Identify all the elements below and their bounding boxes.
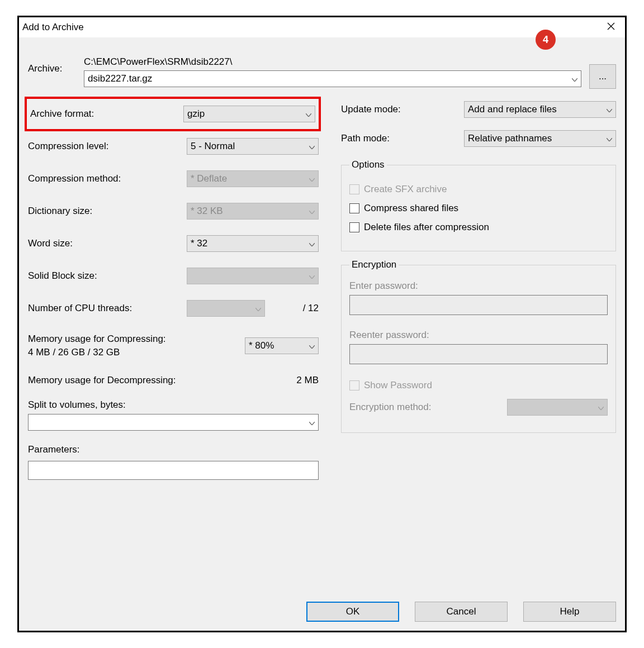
sfx-checkbox xyxy=(349,184,359,194)
compression-method-combo[interactable]: * Deflate xyxy=(187,170,319,187)
solid-block-combo[interactable] xyxy=(187,268,319,284)
archive-row: Archive: C:\EMC\PowerFlex\SRM\dsib2227\ … xyxy=(28,56,616,89)
right-column: Update mode: Add and replace files Path … xyxy=(341,94,616,480)
cpu-threads-label: Number of CPU threads: xyxy=(28,303,187,314)
archive-filename-combo[interactable]: dsib2227.tar.gz xyxy=(84,70,581,87)
cpu-threads-total: / 12 xyxy=(303,303,319,314)
chevron-down-icon xyxy=(598,402,604,413)
mem-compress-value: * 80% xyxy=(249,340,315,351)
delete-checkbox[interactable] xyxy=(349,222,359,232)
encryption-legend: Encryption xyxy=(349,259,399,270)
reenter-password-input[interactable] xyxy=(349,344,608,364)
compression-level-value: 5 - Normal xyxy=(191,141,315,152)
solid-block-label: Solid Block size: xyxy=(28,270,187,282)
ok-button[interactable]: OK xyxy=(306,602,399,622)
help-button[interactable]: Help xyxy=(523,602,616,622)
shared-checkbox[interactable] xyxy=(349,203,359,213)
show-password-label: Show Password xyxy=(364,380,432,391)
delete-checkbox-row[interactable]: Delete files after compression xyxy=(349,222,608,233)
word-size-value: * 32 xyxy=(191,238,315,249)
options-group: Options Create SFX archive Compress shar… xyxy=(341,159,616,251)
browse-button[interactable]: ... xyxy=(589,64,616,89)
enter-password-input[interactable] xyxy=(349,295,608,315)
archive-label: Archive: xyxy=(28,56,77,74)
word-size-combo[interactable]: * 32 xyxy=(187,235,319,252)
parameters-input[interactable] xyxy=(28,461,319,480)
chevron-down-icon xyxy=(255,303,261,314)
encryption-method-combo xyxy=(507,399,608,416)
mem-decompress-label: Memory usage for Decompressing: xyxy=(28,375,280,386)
sfx-checkbox-row: Create SFX archive xyxy=(349,184,608,195)
archive-format-combo[interactable]: gzip xyxy=(183,106,315,122)
cancel-button[interactable]: Cancel xyxy=(415,602,508,622)
cpu-threads-combo[interactable] xyxy=(187,300,265,317)
archive-filename: dsib2227.tar.gz xyxy=(88,73,577,84)
mem-compress-combo[interactable]: * 80% xyxy=(245,337,319,354)
titlebar: Add to Archive xyxy=(19,17,625,37)
split-volumes-combo[interactable] xyxy=(28,414,319,431)
compression-level-label: Compression level: xyxy=(28,141,187,152)
shared-label: Compress shared files xyxy=(364,203,458,214)
dictionary-size-value: * 32 KB xyxy=(191,206,315,217)
compression-method-label: Compression method: xyxy=(28,173,187,184)
mem-decompress-value: 2 MB xyxy=(285,375,319,386)
callout-badge: 4 xyxy=(536,30,556,50)
dialog-window: Add to Archive 4 Archive: C:\EMC\PowerFl… xyxy=(17,16,627,632)
options-legend: Options xyxy=(349,159,387,170)
window-title: Add to Archive xyxy=(22,22,84,33)
parameters-label: Parameters: xyxy=(28,444,319,455)
sfx-label: Create SFX archive xyxy=(364,184,447,195)
reenter-password-label: Reenter password: xyxy=(349,330,608,341)
delete-label: Delete files after compression xyxy=(364,222,489,233)
mem-compress-sub: 4 MB / 26 GB / 32 GB xyxy=(28,347,239,358)
archive-format-value: gzip xyxy=(187,108,311,120)
chevron-down-icon xyxy=(309,270,315,282)
split-volumes-label: Split to volumes, bytes: xyxy=(28,399,319,411)
close-icon xyxy=(607,22,615,33)
highlight-archive-format: Archive format: gzip xyxy=(25,97,321,131)
archive-path: C:\EMC\PowerFlex\SRM\dsib2227\ xyxy=(84,56,616,68)
left-column: Archive format: gzip Compression level: xyxy=(28,94,319,480)
shared-checkbox-row[interactable]: Compress shared files xyxy=(349,203,608,214)
dialog-buttons: OK Cancel Help xyxy=(306,602,616,622)
encryption-group: Encryption Enter password: Reenter passw… xyxy=(341,259,616,433)
compression-method-value: * Deflate xyxy=(191,173,315,184)
update-mode-label: Update mode: xyxy=(341,104,464,115)
mem-compress-label: Memory usage for Compressing: xyxy=(28,333,239,345)
dictionary-size-combo[interactable]: * 32 KB xyxy=(187,203,319,220)
path-mode-combo[interactable]: Relative pathnames xyxy=(464,130,616,147)
dictionary-size-label: Dictionary size: xyxy=(28,206,187,217)
word-size-label: Word size: xyxy=(28,238,187,249)
path-mode-label: Path mode: xyxy=(341,133,464,144)
compression-level-combo[interactable]: 5 - Normal xyxy=(187,138,319,155)
show-password-checkbox xyxy=(349,380,359,390)
archive-format-label: Archive format: xyxy=(30,108,183,120)
update-mode-combo[interactable]: Add and replace files xyxy=(464,101,616,118)
path-mode-value: Relative pathnames xyxy=(468,133,612,144)
content: Archive: C:\EMC\PowerFlex\SRM\dsib2227\ … xyxy=(19,37,625,480)
encryption-method-label: Encryption method: xyxy=(349,402,507,413)
enter-password-label: Enter password: xyxy=(349,280,608,292)
show-password-row: Show Password xyxy=(349,380,608,391)
update-mode-value: Add and replace files xyxy=(468,104,612,115)
close-button[interactable] xyxy=(597,17,625,37)
chevron-down-icon xyxy=(309,417,315,428)
